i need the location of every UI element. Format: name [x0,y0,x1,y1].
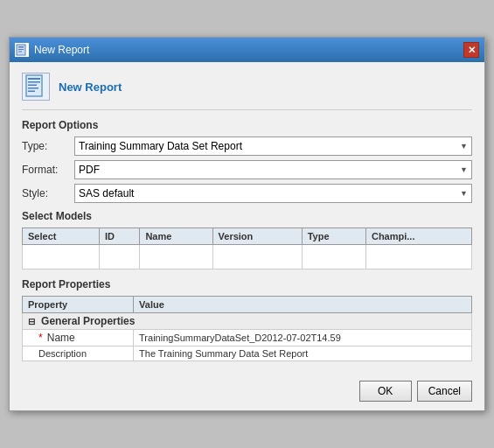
col-name: Name [140,228,212,245]
format-dropdown-arrow: ▼ [460,165,468,174]
type-dropdown-arrow: ▼ [460,142,468,150]
dialog-header: New Report [22,73,472,110]
models-table: Select ID Name Version Type Champi... [22,228,472,270]
svg-rect-7 [28,85,37,87]
name-value[interactable]: TrainingSummaryDataSet_D2012-07-02T14.59 [134,330,472,346]
svg-rect-1 [18,46,24,48]
style-select[interactable]: SAS default ▼ [74,184,472,203]
report-options-label: Report Options [22,119,472,131]
col-select: Select [23,228,100,245]
type-select-value: Training Summary Data Set Report [79,140,242,152]
svg-rect-5 [28,78,40,80]
header-title: New Report [59,80,122,94]
style-select-value: SAS default [79,187,134,200]
col-value: Value [134,297,472,313]
svg-rect-9 [28,91,35,93]
report-properties-label: Report Properties [22,278,472,290]
models-table-header: Select ID Name Version Type Champi... [23,228,472,245]
style-dropdown-arrow: ▼ [460,189,468,198]
ok-button[interactable]: OK [359,381,412,402]
props-table-header: Property Value [23,297,472,313]
models-empty-row [23,245,472,270]
report-properties-section: Report Properties Property Value ⊟ Gener… [22,278,472,361]
col-champi: Champi... [365,228,471,245]
cancel-button[interactable]: Cancel [417,381,472,402]
group-label: General Properties [41,315,135,327]
description-property-label: Description [23,346,134,361]
format-row: Format: PDF ▼ [22,160,472,179]
col-type: Type [302,228,365,245]
svg-rect-6 [28,81,40,83]
type-row: Type: Training Summary Data Set Report ▼ [22,136,472,156]
style-row: Style: SAS default ▼ [22,184,472,203]
dialog-icon [15,43,29,57]
general-properties-group: ⊟ General Properties [23,313,472,330]
col-id: ID [99,228,139,245]
format-select[interactable]: PDF ▼ [74,160,472,179]
name-row: * Name TrainingSummaryDataSet_D2012-07-0… [23,330,472,346]
required-star: * [38,332,43,344]
title-bar: New Report ✕ [10,38,484,62]
svg-rect-8 [28,88,38,89]
type-label: Type: [22,140,74,152]
report-icon [22,73,50,101]
col-property: Property [23,297,134,313]
description-value[interactable]: The Training Summary Data Set Report [134,346,472,361]
name-property-label: Name [47,332,75,344]
description-row: Description The Training Summary Data Se… [23,346,472,361]
svg-rect-2 [18,49,24,50]
col-version: Version [212,228,302,245]
format-label: Format: [22,164,74,176]
select-models-section: Select Models Select ID Name Version Typ… [22,210,472,270]
format-select-value: PDF [79,164,100,176]
svg-rect-3 [18,52,22,52]
title-bar-left: New Report [15,43,89,57]
type-select[interactable]: Training Summary Data Set Report ▼ [74,136,472,156]
close-button[interactable]: ✕ [463,42,479,58]
expand-icon: ⊟ [28,317,35,326]
style-label: Style: [22,187,74,200]
new-report-dialog: New Report ✕ New Report Report Options T [9,37,485,411]
dialog-content: New Report Report Options Type: Training… [10,62,484,372]
properties-table: Property Value ⊟ General Properties * [22,296,472,361]
select-models-label: Select Models [22,210,472,222]
button-row: OK Cancel [10,372,484,410]
title-bar-text: New Report [34,44,89,56]
